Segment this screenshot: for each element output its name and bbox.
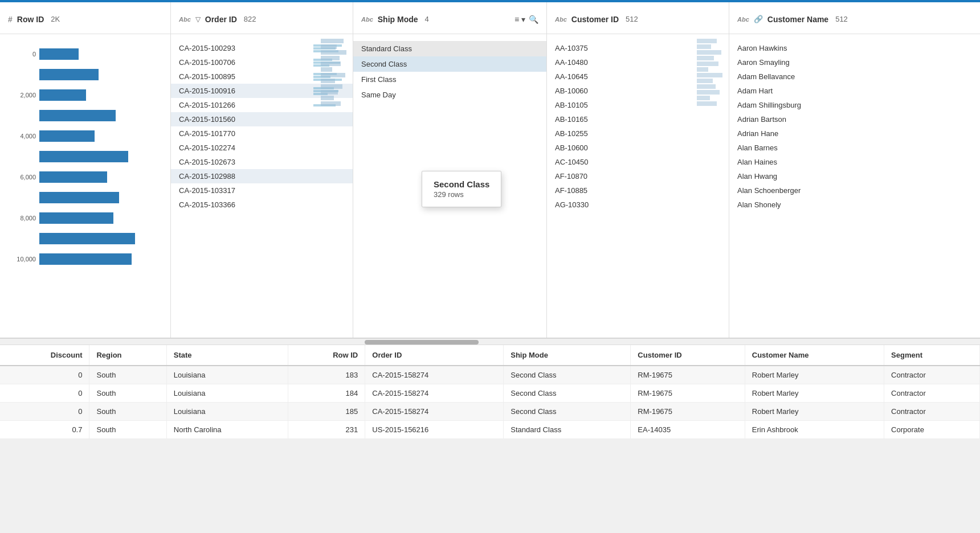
panel-row-id-title: Row ID	[17, 15, 44, 24]
list-item[interactable]: Adrian Hane	[729, 126, 980, 141]
cell-customer-name: Robert Marley	[745, 403, 884, 421]
panel-ship-mode-body: Standard Class Second Class First Class …	[353, 34, 546, 338]
cell-customer-name: Erin Ashbrook	[745, 421, 884, 439]
col-header-order-id[interactable]: Order ID	[365, 345, 504, 366]
tooltip-subtitle: 329 rows	[434, 190, 489, 199]
panel-customer-id: Abc Customer ID 512 AA-10375 AA-10480 AA…	[547, 2, 729, 338]
panel-customer-id-body: AA-10375 AA-10480 AA-10645 AB-10060 AB-1…	[547, 34, 729, 338]
scrollbar-thumb[interactable]	[365, 340, 479, 345]
profile-area: # Row ID 2K 0 2,000	[0, 2, 980, 338]
table-row: 0 South Louisiana 184 CA-2015-158274 Sec…	[0, 384, 980, 403]
panel-row-id-body: 0 2,000 4,	[0, 34, 170, 338]
list-item[interactable]: Adam Hart	[729, 84, 980, 98]
panel-order-id-title: Order ID	[205, 15, 237, 24]
cell-region: South	[89, 384, 166, 403]
filter-icon[interactable]: ▽	[195, 15, 201, 23]
list-item[interactable]: Aaron Smayling	[729, 55, 980, 69]
list-item[interactable]: Alan Haines	[729, 155, 980, 169]
tooltip-box: Second Class 329 rows	[422, 171, 501, 207]
col-header-row-id[interactable]: Row ID	[288, 345, 365, 366]
table-row: 0.7 South North Carolina 231 US-2015-156…	[0, 421, 980, 439]
panel-order-id-body: CA-2015-100293 CA-2015-100706 CA-2015-10…	[171, 34, 353, 338]
panel-ship-mode: Abc Ship Mode 4 ≡ ▾ 🔍 Standard Class Sec…	[353, 2, 547, 338]
list-item[interactable]: Alan Shonely	[729, 198, 980, 212]
cell-state: Louisiana	[166, 384, 288, 403]
cell-segment: Contractor	[884, 384, 980, 403]
cell-state: North Carolina	[166, 421, 288, 439]
panel-ship-mode-count: 4	[425, 15, 429, 23]
bar-row: 6,000	[8, 167, 162, 187]
cell-state: Louisiana	[166, 403, 288, 421]
ship-mode-second-class[interactable]: Second Class	[353, 56, 546, 72]
bar-row: 8,000	[8, 208, 162, 228]
table-row: 0 South Louisiana 183 CA-2015-158274 Sec…	[0, 366, 980, 384]
cell-customer-id: RM-19675	[631, 384, 745, 403]
panel-ship-mode-title: Ship Mode	[378, 15, 418, 24]
cell-state: Louisiana	[166, 366, 288, 384]
cell-segment: Contractor	[884, 366, 980, 384]
col-header-region[interactable]: Region	[89, 345, 166, 366]
cell-ship-mode: Standard Class	[504, 421, 631, 439]
cell-region: South	[89, 366, 166, 384]
table-row: 0 South Louisiana 185 CA-2015-158274 Sec…	[0, 403, 980, 421]
cell-segment: Contractor	[884, 403, 980, 421]
panel-customer-id-title: Customer ID	[571, 15, 619, 24]
panel-customer-name-header: Abc 🔗 Customer Name 512	[729, 2, 980, 34]
ship-mode-tooltip: Second Class 329 rows	[422, 171, 501, 207]
list-item[interactable]: Adam Bellavance	[729, 69, 980, 84]
cell-row-id: 184	[288, 384, 365, 403]
panel-row-id-count: 2K	[51, 15, 60, 23]
table-header-row: Discount Region State Row ID Order ID	[0, 345, 980, 366]
bar-row	[8, 229, 162, 248]
bar-row: 2,000	[8, 85, 162, 105]
bar-row	[8, 106, 162, 125]
ship-mode-standard-class[interactable]: Standard Class	[353, 41, 546, 56]
panel-order-id: Abc ▽ Order ID 822 CA-2015-100293 CA-201…	[171, 2, 353, 338]
list-item[interactable]: Aaron Hawkins	[729, 41, 980, 55]
mini-histogram	[321, 39, 349, 333]
cell-customer-id: EA-14035	[631, 421, 745, 439]
cell-ship-mode: Second Class	[504, 384, 631, 403]
search-icon[interactable]: 🔍	[529, 15, 538, 24]
cell-ship-mode: Second Class	[504, 403, 631, 421]
list-item[interactable]: Adrian Bartson	[729, 112, 980, 126]
main-container: # Row ID 2K 0 2,000	[0, 0, 980, 439]
hash-icon: #	[8, 15, 13, 24]
horizontal-scrollbar[interactable]	[0, 338, 980, 345]
cell-customer-name: Robert Marley	[745, 366, 884, 384]
panel-customer-id-count: 512	[626, 15, 638, 23]
list-item[interactable]: Alan Hwang	[729, 169, 980, 183]
cell-customer-id: RM-19675	[631, 403, 745, 421]
cell-region: South	[89, 421, 166, 439]
abc-icon: Abc	[555, 16, 567, 23]
cell-customer-id: RM-19675	[631, 366, 745, 384]
bar-row: 10,000	[8, 249, 162, 269]
filter-controls-icon[interactable]: ≡ ▾	[514, 15, 525, 24]
panel-customer-name-body: Aaron Hawkins Aaron Smayling Adam Bellav…	[729, 34, 980, 338]
cell-discount: 0.7	[0, 421, 89, 439]
link-icon: 🔗	[754, 15, 763, 23]
list-item[interactable]: Alan Schoenberger	[729, 183, 980, 198]
col-header-segment[interactable]: Segment	[884, 345, 980, 366]
panel-order-id-count: 822	[244, 15, 256, 23]
list-item[interactable]: Alan Barnes	[729, 141, 980, 155]
cell-order-id: US-2015-156216	[365, 421, 504, 439]
cell-ship-mode: Second Class	[504, 366, 631, 384]
list-item[interactable]: Adam Shillingsburg	[729, 98, 980, 112]
cell-region: South	[89, 403, 166, 421]
cell-customer-name: Robert Marley	[745, 384, 884, 403]
cell-order-id: CA-2015-158274	[365, 403, 504, 421]
panel-customer-name-title: Customer Name	[767, 15, 828, 24]
col-header-customer-name[interactable]: Customer Name	[745, 345, 884, 366]
panel-ship-mode-header: Abc Ship Mode 4 ≡ ▾ 🔍	[353, 2, 546, 34]
panel-customer-name-count: 512	[835, 15, 848, 23]
ship-mode-first-class[interactable]: First Class	[353, 72, 546, 87]
ship-mode-same-day[interactable]: Same Day	[353, 87, 546, 102]
col-header-customer-id[interactable]: Customer ID	[631, 345, 745, 366]
abc-icon: Abc	[361, 16, 373, 23]
col-header-state[interactable]: State	[166, 345, 288, 366]
bar-row: 0	[8, 44, 162, 64]
col-header-discount[interactable]: Discount	[0, 345, 89, 366]
col-header-ship-mode[interactable]: Ship Mode	[504, 345, 631, 366]
bar-row	[8, 188, 162, 207]
